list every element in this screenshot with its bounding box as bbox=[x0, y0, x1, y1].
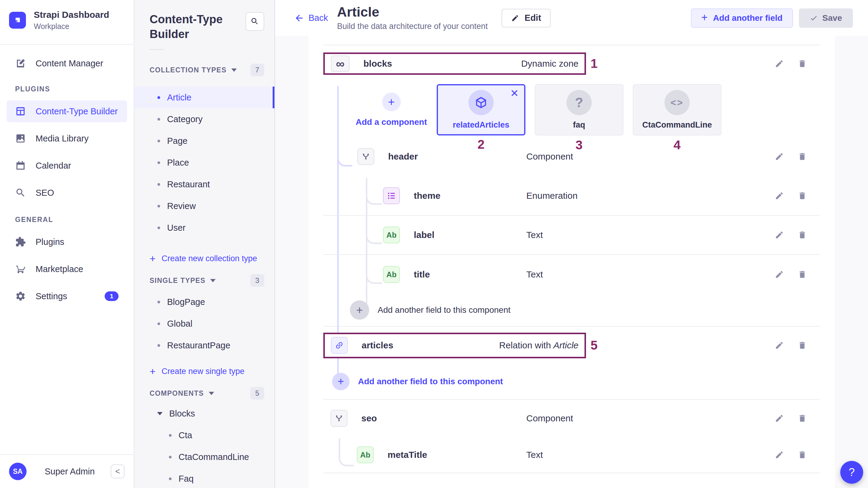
field-type: Text bbox=[526, 450, 543, 460]
subnav-item-blogpage[interactable]: BlogPage bbox=[134, 291, 275, 313]
component-cards: ✕ relatedArticles 2 ? faq 3 bbox=[437, 84, 721, 135]
plus-circle-icon: + bbox=[332, 373, 349, 390]
bullet-icon bbox=[157, 226, 160, 229]
field-type: Component bbox=[526, 413, 573, 423]
subnav-item-page[interactable]: Page bbox=[134, 130, 275, 152]
component-card-ctacommandline[interactable]: <> CtaCommandLine 4 bbox=[633, 84, 721, 135]
delete-trash-icon[interactable] bbox=[798, 59, 807, 68]
sidebar-item-content-type-builder[interactable]: Content-Type Builder bbox=[7, 100, 127, 122]
chevron-down-icon bbox=[209, 392, 214, 395]
annotation-box-articles[interactable]: articles Relation withArticle 5 bbox=[323, 333, 586, 358]
row-actions bbox=[775, 59, 807, 68]
edit-button[interactable]: Edit bbox=[501, 9, 551, 27]
delete-trash-icon[interactable] bbox=[798, 450, 807, 459]
bullet-icon bbox=[157, 140, 160, 142]
field-type: Text bbox=[526, 269, 543, 280]
field-row-theme: theme Enumeration bbox=[323, 177, 819, 216]
section-label-general: GENERAL bbox=[15, 216, 119, 224]
subnav-item-label: Global bbox=[167, 319, 192, 329]
collapse-sidebar-button[interactable]: < bbox=[111, 464, 125, 478]
close-icon[interactable]: ✕ bbox=[510, 87, 519, 99]
avatar[interactable]: SA bbox=[9, 463, 27, 480]
search-button[interactable] bbox=[246, 12, 264, 31]
collection-types-header[interactable]: COLLECTION TYPES 7 bbox=[150, 64, 264, 76]
delete-trash-icon[interactable] bbox=[798, 231, 807, 240]
plus-icon: + bbox=[150, 366, 156, 377]
create-collection-type-link[interactable]: + Create new collection type bbox=[134, 249, 275, 268]
page-header: Back Article Build the data architecture… bbox=[275, 0, 868, 36]
field-type: Enumeration bbox=[526, 191, 578, 201]
subnav-item-faq[interactable]: Faq bbox=[134, 468, 275, 488]
page-title: Article bbox=[337, 5, 488, 19]
add-field-to-related-component[interactable]: + Add another field to this component bbox=[323, 364, 819, 400]
add-field-label: Add another field bbox=[713, 13, 782, 23]
help-button[interactable]: ? bbox=[840, 461, 863, 484]
subnav-item-user[interactable]: User bbox=[134, 217, 275, 239]
delete-trash-icon[interactable] bbox=[798, 270, 807, 279]
save-button[interactable]: Save bbox=[799, 8, 853, 28]
edit-pencil-icon[interactable] bbox=[775, 59, 784, 68]
subnav-item-category[interactable]: Category bbox=[134, 108, 275, 130]
page-subtitle: Build the data architecture of your cont… bbox=[337, 22, 488, 31]
edit-pencil-icon[interactable] bbox=[775, 231, 784, 240]
annotation-box-blocks[interactable]: ∞ blocks Dynamic zone 1 bbox=[323, 53, 586, 75]
field-name: seo bbox=[361, 413, 377, 423]
component-card-label: faq bbox=[573, 120, 585, 130]
subnav-item-article[interactable]: Article bbox=[134, 87, 275, 108]
sidebar-item-calendar[interactable]: Calendar bbox=[7, 155, 127, 177]
create-single-type-link[interactable]: + Create new single type bbox=[134, 362, 275, 381]
edit-pencil-icon[interactable] bbox=[775, 414, 784, 423]
component-card-faq[interactable]: ? faq 3 bbox=[535, 84, 623, 135]
sidebar-item-seo[interactable]: SEO bbox=[7, 182, 127, 204]
sidebar-item-settings[interactable]: Settings 1 bbox=[7, 285, 127, 307]
subnav-item-review[interactable]: Review bbox=[134, 195, 275, 217]
subnav-item-cta[interactable]: Cta bbox=[134, 424, 275, 446]
main-area: Back Article Build the data architecture… bbox=[275, 0, 868, 488]
workspace-switcher[interactable]: Strapi Dashboard Workplace bbox=[0, 0, 134, 44]
single-types-header[interactable]: SINGLE TYPES 3 bbox=[150, 274, 264, 287]
subnav-item-restaurant[interactable]: Restaurant bbox=[134, 174, 275, 195]
brand-title: Strapi Dashboard bbox=[34, 10, 109, 20]
sidebar-item-marketplace[interactable]: Marketplace bbox=[7, 258, 127, 280]
section-heading: COMPONENTS bbox=[150, 389, 204, 398]
field-type: Text bbox=[526, 230, 543, 240]
sidebar-item-label: Content Manager bbox=[36, 59, 103, 68]
subnav-item-label: CtaCommandLine bbox=[179, 452, 249, 462]
subnav-item-global[interactable]: Global bbox=[134, 313, 275, 334]
edit-pencil-icon[interactable] bbox=[775, 270, 784, 279]
edit-pencil-icon[interactable] bbox=[775, 341, 784, 350]
edit-pencil-icon[interactable] bbox=[775, 450, 784, 459]
sidebar-item-plugins[interactable]: Plugins bbox=[7, 231, 127, 253]
sidebar-item-media-library[interactable]: Media Library bbox=[7, 128, 127, 149]
main-sidebar: Strapi Dashboard Workplace Content Manag… bbox=[0, 0, 134, 488]
subnav-item-restaurantpage[interactable]: RestaurantPage bbox=[134, 334, 275, 356]
add-field-to-header-component[interactable]: + Add another field to this component bbox=[323, 294, 819, 326]
annotation-number-5: 5 bbox=[591, 338, 597, 353]
subnav-item-place[interactable]: Place bbox=[134, 152, 275, 174]
edit-pencil-icon[interactable] bbox=[775, 152, 784, 161]
delete-trash-icon[interactable] bbox=[798, 414, 807, 423]
search-icon bbox=[250, 17, 259, 26]
sidebar-item-content-manager[interactable]: Content Manager bbox=[7, 53, 127, 74]
subnav-item-ctacommandline[interactable]: CtaCommandLine bbox=[134, 446, 275, 468]
back-link[interactable]: Back bbox=[294, 13, 328, 23]
field-name: metaTitle bbox=[388, 450, 427, 460]
delete-trash-icon[interactable] bbox=[798, 191, 807, 200]
delete-trash-icon[interactable] bbox=[798, 341, 807, 350]
subnav-item-label: Cta bbox=[179, 430, 192, 440]
plus-icon: + bbox=[701, 12, 708, 23]
component-card-relatedarticles[interactable]: ✕ relatedArticles 2 bbox=[437, 84, 525, 135]
subnav-item-label: Restaurant bbox=[167, 179, 210, 189]
bullet-icon bbox=[169, 478, 172, 480]
add-another-field-button[interactable]: + Add another field bbox=[691, 8, 793, 28]
components-header[interactable]: COMPONENTS 5 bbox=[150, 387, 264, 400]
question-mark-icon: ? bbox=[849, 466, 855, 479]
add-component-button[interactable]: + Add a component bbox=[359, 84, 424, 135]
field-row-blocks: ∞ blocks Dynamic zone 1 bbox=[323, 53, 819, 75]
bullet-icon bbox=[157, 323, 160, 325]
components-group-blocks[interactable]: Blocks bbox=[134, 403, 275, 424]
delete-trash-icon[interactable] bbox=[798, 152, 807, 161]
edit-pencil-icon[interactable] bbox=[775, 191, 784, 200]
create-link-label: Create new collection type bbox=[162, 254, 257, 263]
subnav-item-label: Page bbox=[167, 136, 188, 146]
